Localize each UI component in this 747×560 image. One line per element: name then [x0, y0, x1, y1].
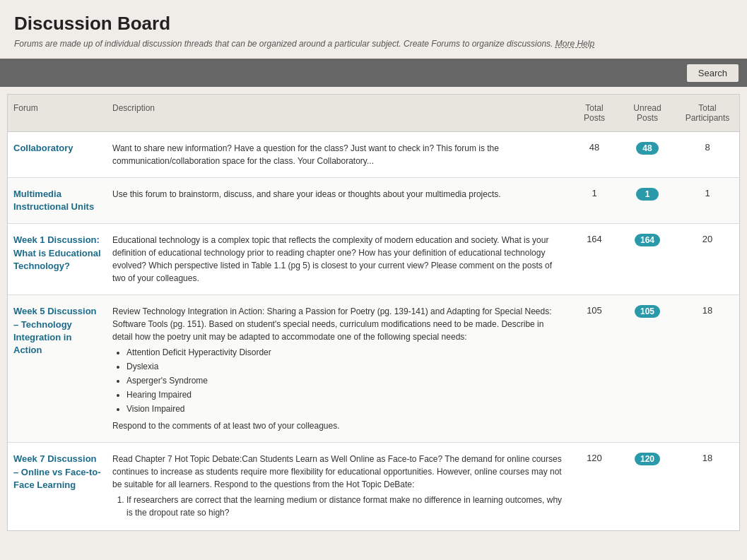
forum-name-link[interactable]: Week 7 Discussion – Online vs Face-to-Fa… [13, 453, 101, 489]
forum-name-cell: Week 5 Discussion – Technology Integrati… [8, 302, 107, 359]
page-title: Discussion Board [14, 13, 733, 35]
forum-total-posts: 105 [570, 302, 619, 318]
col-description-header: Description [107, 100, 570, 126]
forum-name-cell: Week 1 Discussion: What is Educational T… [8, 231, 107, 275]
forum-name-link[interactable]: Week 1 Discussion: What is Educational T… [13, 234, 101, 270]
forum-name-cell: Multimedia Instructional Units [8, 185, 107, 216]
forum-total-posts: 120 [570, 450, 619, 466]
forum-unread-posts: 1 [619, 185, 676, 203]
unread-badge: 164 [635, 234, 660, 246]
content-area: Forum Description Total Posts Unread Pos… [7, 94, 740, 531]
forum-description-cell: Educational technology is a complex topi… [107, 231, 570, 287]
forum-description-text: Review Technology Integration in Action:… [112, 306, 552, 342]
col-unread-posts-header: Unread Posts [619, 100, 676, 126]
forum-name-cell: Collaboratory [8, 139, 107, 157]
forum-total-participants: 18 [676, 450, 739, 466]
forum-description-text: Want to share new information? Have a qu… [112, 143, 499, 166]
forum-description-text: Read Chapter 7 Hot Topic Debate:Can Stud… [112, 454, 562, 489]
forum-total-posts: 164 [570, 231, 619, 247]
forum-description-cell: Read Chapter 7 Hot Topic Debate:Can Stud… [107, 450, 570, 523]
forum-rows-container: CollaboratoryWant to share new informati… [8, 132, 739, 530]
forum-unread-posts: 48 [619, 139, 676, 157]
table-row: Multimedia Instructional UnitsUse this f… [8, 178, 739, 224]
table-row: Week 7 Discussion – Online vs Face-to-Fa… [8, 443, 739, 530]
forum-description-cell: Want to share new information? Have a qu… [107, 139, 570, 170]
forum-total-participants: 20 [676, 231, 739, 247]
forum-name-link[interactable]: Multimedia Instructional Units [13, 189, 94, 212]
table-header: Forum Description Total Posts Unread Pos… [8, 95, 739, 132]
forum-unread-posts: 120 [619, 450, 676, 468]
forum-name-cell: Week 7 Discussion – Online vs Face-to-Fa… [8, 450, 107, 494]
forum-unread-posts: 105 [619, 302, 676, 321]
forum-description-cell: Review Technology Integration in Action:… [107, 302, 570, 435]
unread-badge: 48 [636, 142, 659, 155]
forum-total-participants: 1 [676, 185, 739, 201]
page-subtitle: Forums are made up of individual discuss… [14, 39, 733, 49]
list-item: Attention Deficit Hyperactivity Disorder [127, 346, 564, 359]
list-item: Vision Impaired [127, 403, 564, 415]
list-item: Asperger's Syndrome [127, 374, 564, 387]
forum-name-link[interactable]: Week 5 Discussion – Technology Integrati… [13, 306, 97, 355]
list-item: Hearing Impaired [127, 388, 564, 401]
forum-name-link[interactable]: Collaboratory [13, 143, 73, 153]
table-row: CollaboratoryWant to share new informati… [8, 132, 739, 178]
col-forum-header: Forum [8, 100, 107, 126]
col-total-participants-header: Total Participants [676, 100, 739, 126]
forum-total-posts: 48 [570, 139, 619, 155]
toolbar: Search [0, 59, 747, 87]
forum-unread-posts: 164 [619, 231, 676, 249]
search-button[interactable]: Search [687, 64, 739, 82]
table-row: Week 1 Discussion: What is Educational T… [8, 224, 739, 295]
unread-badge: 105 [635, 305, 660, 318]
unread-badge: 1 [636, 188, 659, 201]
forum-description-text: Use this forum to brainstorm, discuss, a… [112, 189, 501, 199]
forum-description-cell: Use this forum to brainstorm, discuss, a… [107, 185, 570, 203]
unread-badge: 120 [635, 453, 660, 465]
col-total-posts-header: Total Posts [570, 100, 619, 126]
list-item: If researchers are correct that the lear… [127, 494, 564, 519]
table-row: Week 5 Discussion – Technology Integrati… [8, 295, 739, 443]
forum-total-participants: 18 [676, 302, 739, 318]
forum-description-text: Educational technology is a complex topi… [112, 235, 552, 283]
more-help-link[interactable]: More Help [555, 39, 594, 49]
forum-total-posts: 1 [570, 185, 619, 201]
list-item: Dyslexia [127, 360, 564, 373]
forum-total-participants: 8 [676, 139, 739, 155]
forum-extra-text: Respond to the comments of at least two … [112, 419, 564, 432]
forum-description-list: Attention Deficit Hyperactivity Disorder… [127, 346, 564, 415]
page-header: Discussion Board Forums are made up of i… [0, 0, 747, 59]
forum-ordered-list: If researchers are correct that the lear… [127, 494, 564, 519]
